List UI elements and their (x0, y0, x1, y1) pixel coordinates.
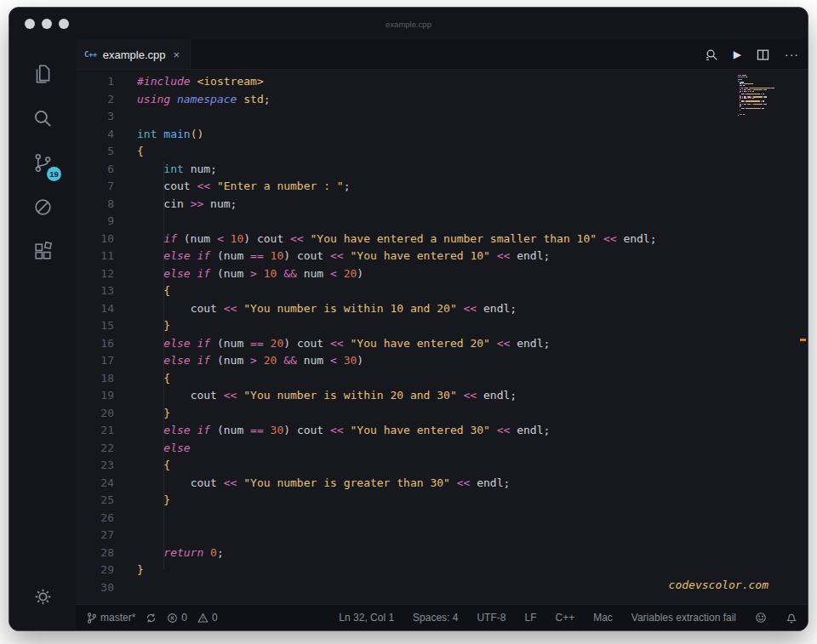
code-line[interactable]: 14 cout << "You number is within 10 and … (76, 300, 808, 318)
tab-bar: C++ example.cpp × ▶ (76, 40, 808, 70)
extensions-icon[interactable] (22, 229, 63, 273)
code-text (114, 510, 137, 527)
cursor-position[interactable]: Ln 32, Col 1 (339, 612, 394, 624)
code-line[interactable]: 24 cout << "You number is greater than 3… (76, 475, 808, 493)
code-line[interactable]: 5{ (76, 143, 808, 161)
line-number: 7 (76, 178, 114, 196)
notifications-bell-icon[interactable] (786, 612, 797, 624)
code-line[interactable]: 16 else if (num == 20) cout << "You have… (76, 335, 808, 353)
line-number: 22 (76, 440, 114, 458)
code-lines: 1#include <iostream>2using namespace std… (76, 70, 808, 596)
code-text: cout << "Enter a number : "; (114, 178, 350, 196)
line-number: 9 (76, 213, 114, 231)
line-number: 14 (76, 300, 114, 318)
source-control-icon[interactable]: 19 (22, 140, 63, 185)
code-line[interactable]: 8 cin >> num; (76, 196, 808, 214)
errors-indicator[interactable]: 0 (167, 612, 187, 624)
code-line[interactable]: 20 } (76, 405, 808, 423)
status-bar: master* 0 (76, 604, 808, 630)
branch-label: master* (100, 612, 135, 624)
code-line[interactable]: 22 else (76, 440, 808, 458)
line-number: 26 (76, 510, 114, 527)
vscode-window: example.cpp 19 (9, 7, 808, 631)
code-line[interactable]: 29} (76, 561, 808, 579)
code-text: return 0; (114, 544, 224, 562)
code-line[interactable]: 17 else if (num > 20 && num < 30) (76, 352, 808, 370)
split-editor-icon[interactable] (756, 48, 770, 62)
code-line[interactable]: 23 { (76, 457, 808, 475)
task-status[interactable]: Variables extraction fail (631, 612, 736, 624)
code-text: } (114, 492, 170, 510)
code-line[interactable]: 27 (76, 527, 808, 544)
window-title: example.cpp (9, 20, 808, 29)
branch-indicator[interactable]: master* (86, 612, 135, 624)
line-number: 18 (76, 370, 114, 388)
code-line[interactable]: 25 } (76, 492, 808, 510)
status-right: Ln 32, Col 1 Spaces: 4 UTF-8 LF C++ Mac … (339, 612, 797, 624)
code-text: } (114, 405, 170, 423)
line-number: 23 (76, 457, 114, 475)
line-number: 13 (76, 282, 114, 300)
code-text: if (num < 10) cout << "You have entered … (114, 231, 657, 248)
code-text: } (114, 561, 144, 579)
code-line[interactable]: 28 return 0; (76, 544, 808, 562)
tab-example-cpp[interactable]: C++ example.cpp × (76, 40, 191, 69)
code-text: using namespace std; (114, 91, 271, 109)
code-line[interactable]: 7 cout << "Enter a number : "; (76, 178, 808, 196)
code-line[interactable]: 18 { (76, 370, 808, 388)
code-text: else if (num == 30) cout << "You have en… (114, 422, 550, 440)
code-text: else if (num == 20) cout << "You have en… (114, 335, 550, 353)
code-line[interactable]: 6 int num; (76, 161, 808, 179)
code-line[interactable]: 13 { (76, 282, 808, 300)
code-line[interactable]: 19 cout << "You number is within 20 and … (76, 387, 808, 405)
code-text (114, 527, 137, 544)
indent-guide (163, 162, 164, 570)
code-line[interactable]: 11 else if (num == 10) cout << "You have… (76, 248, 808, 265)
line-number: 5 (76, 143, 114, 161)
line-number: 6 (76, 161, 114, 179)
code-line[interactable]: 4int main() (76, 126, 808, 144)
line-number: 12 (76, 265, 114, 283)
code-line[interactable]: 21 else if (num == 30) cout << "You have… (76, 422, 808, 440)
minimap[interactable] (738, 75, 797, 118)
code-line[interactable]: 3 (76, 108, 808, 126)
warnings-indicator[interactable]: 0 (197, 612, 218, 624)
eol-indicator[interactable]: LF (524, 612, 536, 624)
minimap-row (738, 117, 797, 117)
scm-badge: 19 (47, 167, 61, 181)
explorer-icon[interactable] (22, 52, 63, 96)
debug-icon[interactable] (22, 185, 63, 229)
code-editor[interactable]: 1#include <iostream>2using namespace std… (76, 70, 808, 604)
code-line[interactable]: 9 (76, 213, 808, 231)
code-line[interactable]: 26 (76, 510, 808, 527)
line-number: 21 (76, 422, 114, 440)
run-button[interactable]: ▶ (734, 48, 741, 60)
line-number: 27 (76, 527, 114, 544)
code-line[interactable]: 10 if (num < 10) cout << "You have enter… (76, 231, 808, 248)
line-number: 25 (76, 492, 114, 510)
line-number: 8 (76, 196, 114, 214)
encoding-indicator[interactable]: UTF-8 (477, 612, 506, 624)
tab-close-icon[interactable]: × (173, 48, 180, 61)
search-icon[interactable] (22, 96, 63, 140)
code-line[interactable]: 1#include <iostream> (76, 73, 808, 91)
feedback-smiley-icon[interactable] (755, 612, 767, 624)
sync-icon[interactable] (146, 613, 157, 624)
overview-ruler-mark (800, 339, 806, 341)
code-line[interactable]: 12 else if (num > 10 && num < 20) (76, 265, 808, 283)
open-editors-search-icon[interactable] (705, 48, 719, 62)
line-number: 1 (76, 73, 114, 91)
code-text (114, 108, 137, 126)
line-number: 17 (76, 352, 114, 370)
language-mode[interactable]: C++ (555, 612, 574, 624)
more-actions-icon[interactable]: ··· (785, 48, 799, 61)
os-indicator[interactable]: Mac (593, 612, 613, 624)
code-line[interactable]: 15 } (76, 317, 808, 335)
code-text: else if (num == 10) cout << "You have en… (114, 248, 550, 265)
code-line[interactable]: 2using namespace std; (76, 91, 808, 109)
settings-gear-icon[interactable] (22, 574, 63, 618)
code-text: cin >> num; (114, 196, 237, 214)
code-text: { (114, 282, 170, 300)
code-text: else if (num > 10 && num < 20) (114, 265, 363, 283)
indentation-indicator[interactable]: Spaces: 4 (413, 612, 458, 624)
